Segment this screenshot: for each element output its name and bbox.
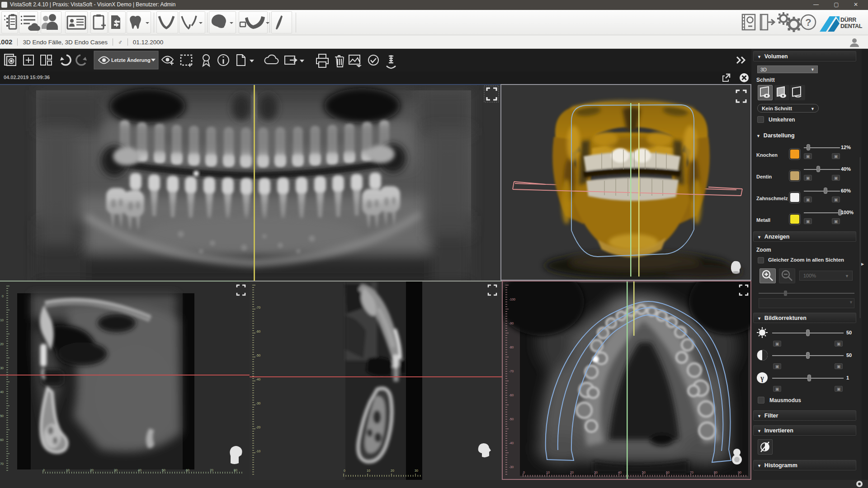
- svg-text:40: 40: [618, 471, 622, 474]
- svg-text:-50: -50: [509, 418, 514, 421]
- svg-text:DENTAL: DENTAL: [840, 23, 863, 29]
- svg-text:20: 20: [570, 471, 574, 474]
- svg-text:-90: -90: [509, 322, 514, 325]
- svg-text:-40: -40: [256, 378, 260, 381]
- svg-text:60: 60: [0, 438, 4, 441]
- svg-text:DÜRR: DÜRR: [840, 16, 856, 23]
- svg-text:-40: -40: [509, 441, 514, 445]
- svg-text:70: 70: [0, 462, 4, 465]
- svg-text:30: 30: [114, 469, 118, 472]
- svg-text:50: 50: [162, 469, 165, 472]
- svg-text:10: 10: [546, 471, 550, 474]
- svg-text:10: 10: [0, 319, 4, 322]
- svg-text:10: 10: [367, 469, 370, 472]
- svg-text:-100: -100: [509, 298, 515, 301]
- svg-text:30: 30: [415, 469, 418, 472]
- svg-text:60: 60: [186, 469, 189, 472]
- svg-text:90: 90: [738, 471, 741, 474]
- svg-text:-20: -20: [256, 426, 260, 429]
- svg-text:80: 80: [234, 469, 237, 472]
- svg-text:70: 70: [210, 469, 213, 472]
- svg-text:-70: -70: [509, 370, 514, 373]
- svg-text:-60: -60: [509, 394, 514, 397]
- svg-text:-30: -30: [509, 465, 514, 469]
- svg-text:30: 30: [594, 471, 598, 474]
- svg-text:10: 10: [66, 469, 70, 472]
- svg-text:Letzte Änderung: Letzte Änderung: [111, 57, 151, 63]
- svg-text:50: 50: [642, 471, 646, 474]
- svg-text:40: 40: [0, 390, 4, 394]
- svg-text:0: 0: [2, 295, 4, 298]
- svg-text:-10: -10: [256, 450, 260, 453]
- svg-text:0: 0: [523, 471, 525, 474]
- svg-text:-70: -70: [256, 306, 260, 309]
- svg-text:-60: -60: [256, 330, 260, 333]
- svg-text:γ: γ: [760, 374, 764, 382]
- svg-text:50: 50: [0, 414, 4, 418]
- svg-text:20: 20: [391, 469, 394, 472]
- svg-text:20: 20: [0, 343, 4, 346]
- svg-text:60: 60: [666, 471, 670, 474]
- svg-text:-80: -80: [509, 346, 514, 349]
- svg-text:20: 20: [90, 469, 94, 472]
- svg-text:0: 0: [344, 469, 345, 472]
- svg-text:?: ?: [805, 17, 811, 28]
- svg-text:0: 0: [43, 469, 45, 472]
- svg-text:40: 40: [138, 469, 142, 472]
- svg-text:30: 30: [0, 366, 4, 370]
- svg-text:70: 70: [690, 471, 693, 474]
- svg-text:-30: -30: [256, 402, 260, 405]
- svg-text:80: 80: [714, 471, 717, 474]
- svg-text:-50: -50: [256, 354, 260, 357]
